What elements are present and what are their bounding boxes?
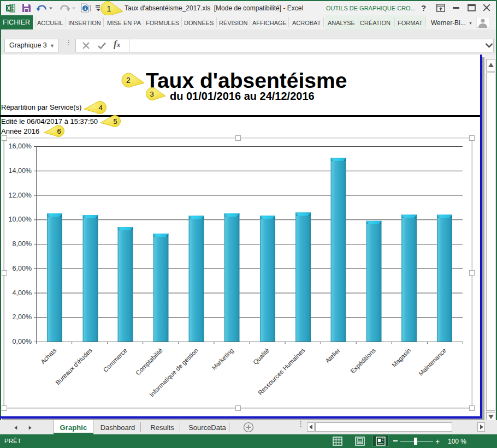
svg-text:3: 3 bbox=[150, 90, 153, 98]
svg-text:Maintenance: Maintenance bbox=[417, 347, 447, 377]
svg-text:Expéditions: Expéditions bbox=[349, 347, 377, 375]
svg-text:Bureaux d'études: Bureaux d'études bbox=[54, 347, 93, 386]
svg-text:Achats: Achats bbox=[39, 347, 58, 366]
svg-text:8,00%: 8,00% bbox=[13, 240, 32, 248]
svg-text:4,00%: 4,00% bbox=[13, 289, 32, 297]
svg-text:Magasin: Magasin bbox=[390, 347, 412, 368]
svg-text:Comptabilité: Comptabilité bbox=[134, 347, 164, 377]
svg-text:2: 2 bbox=[126, 76, 131, 85]
svg-text:12,00%: 12,00% bbox=[9, 192, 32, 199]
svg-text:10,00%: 10,00% bbox=[9, 216, 32, 223]
svg-text:4: 4 bbox=[98, 104, 102, 112]
svg-text:Commerce: Commerce bbox=[102, 347, 128, 373]
svg-text:16,00%: 16,00% bbox=[9, 142, 32, 150]
svg-text:1: 1 bbox=[106, 4, 111, 13]
svg-text:6: 6 bbox=[57, 127, 61, 135]
svg-text:14,00%: 14,00% bbox=[9, 167, 32, 175]
svg-text:0,00%: 0,00% bbox=[13, 338, 32, 345]
svg-text:Marketing: Marketing bbox=[211, 347, 235, 371]
svg-text:2,00%: 2,00% bbox=[13, 313, 32, 321]
svg-text:Atelier: Atelier bbox=[324, 347, 341, 365]
svg-text:6,00%: 6,00% bbox=[13, 265, 32, 272]
svg-text:X: X bbox=[7, 5, 11, 11]
svg-text:5: 5 bbox=[113, 117, 117, 126]
svg-text:Qualité: Qualité bbox=[252, 347, 270, 366]
